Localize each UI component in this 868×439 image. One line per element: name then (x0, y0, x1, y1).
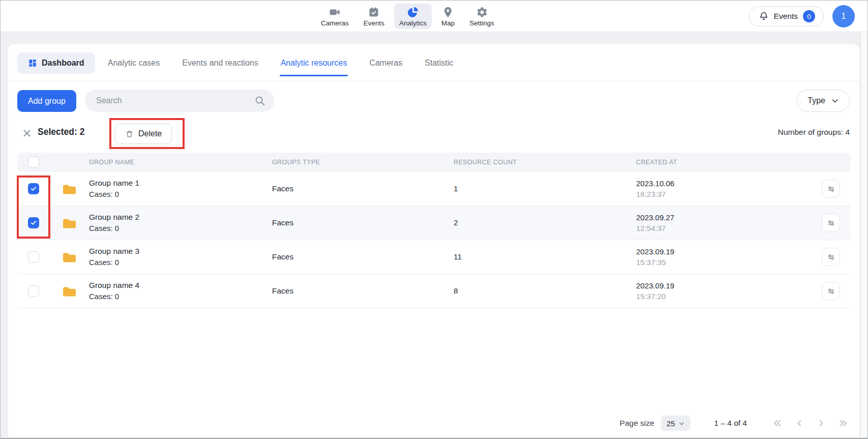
chevron-left-icon (794, 418, 804, 428)
check-icon (30, 219, 37, 226)
resource-count: 2 (454, 218, 636, 227)
row-settings-button[interactable] (822, 180, 840, 198)
section-tabs: Analytic cases Events and reactions Anal… (108, 52, 453, 74)
page-range-label: 1 – 4 of 4 (714, 419, 747, 428)
group-name: Group name 2 (89, 212, 272, 223)
row-checkbox[interactable] (28, 285, 39, 297)
selected-count-label: Selected: 2 (38, 127, 84, 137)
group-cases: Cases: 0 (89, 291, 272, 302)
group-cases: Cases: 0 (89, 257, 272, 268)
chevron-down-icon (831, 97, 839, 105)
group-type: Faces (272, 184, 454, 193)
tab-events-and-reactions[interactable]: Events and reactions (182, 58, 258, 68)
main-panel: Dashboard Analytic cases Events and reac… (8, 44, 859, 437)
group-type: Faces (272, 252, 454, 261)
row-settings-button[interactable] (822, 214, 840, 232)
table-body: Group name 1 Cases: 0 Faces 1 2023.10.06… (17, 172, 850, 308)
row-settings-button[interactable] (822, 248, 840, 266)
gear-icon (476, 6, 488, 18)
folder-icon (62, 285, 77, 298)
group-name: Group name 4 (89, 280, 272, 291)
select-all-checkbox[interactable] (28, 157, 39, 168)
chevron-down-icon (678, 420, 685, 427)
created-time: 15:37:20 (636, 291, 820, 302)
page-size-select[interactable]: 25 (661, 416, 691, 431)
type-filter-button[interactable]: Type (797, 90, 850, 112)
clear-selection-icon[interactable] (21, 128, 33, 139)
main-navigation: Cameras Events Analytics Map Settings (316, 4, 499, 29)
first-page-button[interactable] (772, 418, 783, 428)
user-avatar[interactable]: 1 (832, 5, 855, 27)
trash-icon (125, 130, 134, 138)
check-icon (30, 185, 37, 192)
events-calendar-icon (368, 6, 380, 18)
nav-item-cameras[interactable]: Cameras (316, 4, 354, 29)
app-window: Cameras Events Analytics Map Settings Ev… (0, 0, 868, 439)
nav-item-map[interactable]: Map (436, 4, 460, 29)
dashboard-button-label: Dashboard (42, 58, 84, 68)
nav-label: Map (441, 19, 455, 27)
created-time: 15:37:35 (636, 257, 820, 268)
groups-table: GROUP NAME GROUPS TYPE RESOURCE COUNT CR… (17, 153, 850, 308)
pagination-bar: Page size 25 1 – 4 of 4 (620, 416, 848, 431)
search-icon (254, 95, 265, 106)
created-date: 2023.10.06 (636, 178, 820, 189)
tab-cameras[interactable]: Cameras (369, 58, 402, 68)
add-group-button[interactable]: Add group (17, 90, 76, 112)
tab-analytic-cases[interactable]: Analytic cases (108, 58, 160, 68)
resource-count: 8 (454, 286, 636, 296)
events-button-label: Events (774, 12, 798, 21)
resource-count: 11 (454, 252, 636, 261)
row-checkbox[interactable] (28, 183, 39, 194)
last-page-button[interactable] (838, 418, 848, 428)
created-date: 2023.09.27 (636, 212, 820, 223)
sliders-icon (826, 218, 836, 228)
page-size-label: Page size (620, 419, 654, 428)
previous-page-button[interactable] (794, 418, 804, 428)
row-checkbox[interactable] (28, 251, 39, 262)
vertical-scrollbar[interactable] (860, 33, 867, 437)
nav-item-events[interactable]: Events (358, 4, 390, 29)
events-count-badge: 0 (803, 10, 815, 22)
nav-item-analytics[interactable]: Analytics (394, 4, 432, 29)
page-size-value: 25 (667, 419, 675, 428)
nav-label: Cameras (321, 19, 349, 27)
delete-button[interactable]: Delete (115, 124, 172, 144)
search-box (85, 90, 274, 112)
pagination-arrows (772, 418, 848, 428)
next-page-button[interactable] (816, 418, 826, 428)
nav-label: Events (364, 19, 384, 27)
sliders-icon (826, 184, 836, 194)
folder-icon (62, 251, 77, 264)
chevron-right-icon (816, 418, 826, 428)
group-name: Group name 1 (89, 178, 272, 189)
header-resource-count: RESOURCE COUNT (454, 159, 636, 166)
created-date: 2023.09.19 (636, 246, 820, 257)
table-row: Group name 3 Cases: 0 Faces 11 2023.09.1… (17, 240, 850, 274)
row-settings-button[interactable] (822, 282, 840, 300)
table-row: Group name 1 Cases: 0 Faces 1 2023.10.06… (17, 172, 850, 206)
delete-button-label: Delete (138, 129, 162, 138)
folder-icon (62, 217, 77, 229)
type-filter-label: Type (807, 96, 825, 105)
group-type: Faces (272, 286, 454, 296)
dashboard-button[interactable]: Dashboard (17, 52, 95, 74)
sliders-icon (826, 252, 836, 262)
sliders-icon (826, 286, 836, 297)
nav-label: Analytics (399, 19, 427, 27)
row-checkbox[interactable] (28, 217, 39, 228)
group-type: Faces (272, 218, 454, 227)
map-pin-icon (442, 6, 454, 18)
nav-item-settings[interactable]: Settings (464, 4, 499, 29)
resource-count: 1 (454, 184, 636, 193)
tab-analytic-resources[interactable]: Analytic resources (281, 58, 347, 68)
created-time: 12:54:37 (636, 223, 820, 233)
group-cases: Cases: 0 (89, 189, 272, 200)
search-input[interactable] (85, 90, 274, 112)
double-chevron-right-icon (838, 418, 848, 428)
dashboard-grid-icon (28, 58, 37, 68)
table-header-row: GROUP NAME GROUPS TYPE RESOURCE COUNT CR… (17, 153, 850, 172)
tab-statistic[interactable]: Statistic (425, 58, 453, 68)
events-notifications-button[interactable]: Events 0 (749, 6, 824, 26)
header-groups-type: GROUPS TYPE (272, 159, 454, 166)
